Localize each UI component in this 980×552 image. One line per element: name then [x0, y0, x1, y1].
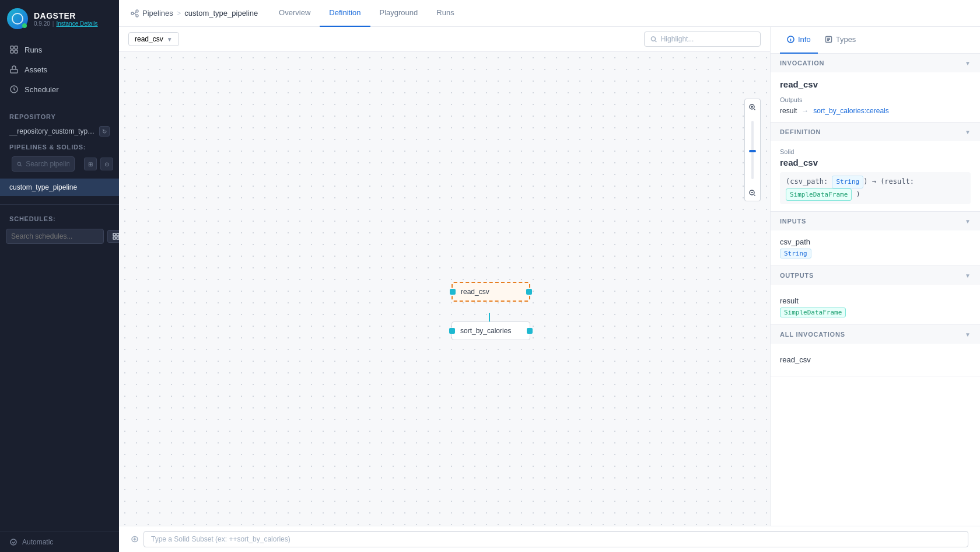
pipeline-node-sort-by-calories[interactable]: sort_by_calories — [452, 322, 530, 340]
right-panel: Info Types INVOCATION ▼ read_csv Outputs — [770, 27, 980, 552]
pipeline-search-box[interactable] — [12, 156, 75, 172]
repository-section: REPOSITORY __repository_custom_type_pip.… — [0, 104, 119, 141]
output-result-type[interactable]: SimpleDataFrame — [780, 308, 846, 317]
breadcrumb-pipelines[interactable]: Pipelines — [142, 9, 173, 18]
sort-calories-output-port[interactable] — [527, 328, 533, 334]
zoom-slider-track — [744, 115, 761, 185]
svg-rect-9 — [113, 237, 116, 239]
zoom-in-button[interactable] — [744, 99, 761, 115]
canvas-area: read_csv ▼ read_csv — [119, 27, 980, 552]
all-invocation-item-read-csv[interactable]: read_csv — [780, 351, 971, 369]
pipeline-layout-button[interactable]: ⊞ — [84, 158, 97, 170]
read-csv-label: read_csv — [459, 283, 492, 301]
pipeline-filter-button[interactable]: ⊙ — [100, 158, 113, 170]
inputs-chevron: ▼ — [965, 218, 971, 225]
tab-overview[interactable]: Overview — [270, 0, 320, 27]
subset-input[interactable] — [144, 531, 770, 547]
outputs-label: Outputs — [780, 96, 971, 103]
invocation-content: read_csv Outputs result → sort_by_calori… — [771, 72, 980, 122]
breadcrumb: Pipelines > custom_type_pipeline — [131, 9, 258, 18]
output-arrow: → — [802, 107, 808, 115]
subset-input-bar — [119, 526, 770, 552]
pipeline-list: custom_type_pipeline — [0, 177, 119, 197]
invocation-header[interactable]: INVOCATION ▼ — [771, 54, 980, 72]
solid-select-chevron: ▼ — [167, 36, 173, 43]
csv-path-type-tag[interactable]: String — [832, 176, 863, 188]
definition-header[interactable]: DEFINITION ▼ — [771, 123, 980, 141]
tab-runs[interactable]: Runs — [427, 0, 463, 27]
search-icon — [17, 161, 22, 167]
definition-section: DEFINITION ▼ Solid read_csv (csv_path: S… — [771, 123, 980, 212]
input-csv-path-type[interactable]: String — [780, 249, 811, 258]
sidebar-item-runs[interactable]: Runs — [0, 40, 119, 60]
output-target[interactable]: sort_by_calories:cereals — [813, 107, 888, 115]
pipelines-section: Pipelines & Solids: ⊞ ⊙ custom_type_pipe… — [0, 141, 119, 197]
result-type-tag[interactable]: SimpleDataFrame — [786, 188, 852, 201]
svg-rect-7 — [113, 233, 116, 236]
pipeline-item-custom-type[interactable]: custom_type_pipeline — [0, 179, 119, 196]
pipeline-connection-svg — [119, 52, 770, 552]
scheduler-icon — [9, 85, 19, 94]
pipeline-search-input[interactable] — [26, 160, 69, 168]
output-row: result → sort_by_calories:cereals — [780, 107, 971, 115]
sidebar-item-scheduler[interactable]: Scheduler — [0, 79, 119, 99]
outputs-chevron: ▼ — [965, 272, 971, 279]
def-solid-label: Solid — [780, 148, 971, 155]
read-csv-input-port[interactable] — [450, 289, 456, 295]
all-invocations-title: ALL INVOCATIONS — [780, 331, 845, 338]
schedule-search-row: View All — [0, 226, 119, 246]
right-panel-tab-types-label: Types — [836, 35, 856, 44]
nav-tabs: Overview Definition Playground Runs — [270, 0, 464, 27]
instance-link[interactable]: Instance Details — [56, 20, 97, 27]
svg-point-11 — [10, 539, 16, 545]
dagster-logo — [7, 8, 28, 29]
schedules-section: Schedules: View All — [0, 204, 119, 246]
tab-playground[interactable]: Playground — [370, 0, 428, 27]
inputs-title: INPUTS — [780, 218, 806, 225]
sort-calories-input-port[interactable] — [449, 328, 455, 334]
sort-calories-label: sort_by_calories — [458, 322, 513, 340]
sidebar-item-assets-label: Assets — [24, 65, 47, 74]
repository-refresh-button[interactable]: ↻ — [99, 126, 110, 137]
subset-icon — [131, 535, 139, 543]
inputs-content: csv_path String — [771, 230, 980, 265]
canvas-viewport[interactable]: read_csv sort_by_calories — [119, 52, 770, 552]
zoom-out-icon — [749, 190, 756, 197]
outputs-header[interactable]: OUTPUTS ▼ — [771, 266, 980, 285]
definition-chevron: ▼ — [965, 129, 971, 135]
inputs-section: INPUTS ▼ csv_path String — [771, 212, 980, 266]
svg-point-6 — [18, 162, 20, 165]
schedule-search-input[interactable] — [6, 229, 104, 244]
app-name: DAGSTER — [34, 11, 98, 20]
schedules-label: Schedules: — [9, 215, 56, 222]
repository-label: REPOSITORY — [0, 106, 119, 124]
app-version: 0.9.20 — [34, 20, 50, 27]
solid-select-label: read_csv — [135, 35, 163, 43]
right-panel-tab-types[interactable]: Types — [818, 27, 863, 54]
tab-definition[interactable]: Definition — [320, 0, 370, 27]
zoom-out-button[interactable] — [744, 185, 761, 201]
all-invocations-section: ALL INVOCATIONS ▼ read_csv — [771, 325, 980, 376]
right-panel-tab-info-label: Info — [798, 35, 811, 44]
pipeline-node-read-csv[interactable]: read_csv — [452, 282, 530, 302]
read-csv-output-port[interactable] — [526, 289, 532, 295]
invocation-name: read_csv — [780, 79, 971, 89]
highlight-search-input[interactable] — [661, 35, 754, 43]
pipelines-solids-label: Pipelines & Solids: — [9, 144, 86, 151]
zoom-thumb[interactable] — [749, 150, 756, 152]
highlight-search[interactable] — [644, 32, 761, 47]
output-name: result — [780, 107, 797, 115]
breadcrumb-current: custom_type_pipeline — [184, 9, 258, 18]
inputs-header[interactable]: INPUTS ▼ — [771, 212, 980, 230]
invocation-chevron: ▼ — [965, 60, 971, 67]
all-invocations-header[interactable]: ALL INVOCATIONS ▼ — [771, 325, 980, 344]
right-panel-tab-info[interactable]: Info — [780, 27, 818, 54]
svg-rect-3 — [15, 50, 18, 53]
solid-select[interactable]: read_csv ▼ — [128, 32, 179, 46]
sidebar-footer[interactable]: Automatic — [0, 532, 119, 552]
highlight-search-icon — [650, 36, 657, 43]
zoom-in-icon — [749, 104, 756, 111]
invocation-title: INVOCATION — [780, 60, 824, 67]
sidebar-item-assets[interactable]: Assets — [0, 60, 119, 79]
app-info: DAGSTER 0.9.20 | Instance Details — [34, 11, 98, 27]
